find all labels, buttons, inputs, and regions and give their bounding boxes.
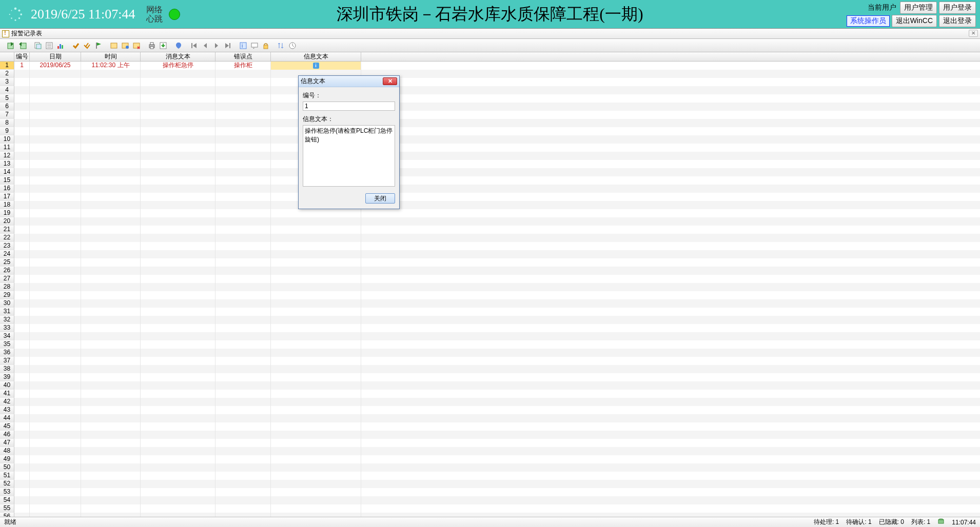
table-row[interactable]: 22 xyxy=(0,234,980,242)
tool-next-icon[interactable] xyxy=(211,40,222,51)
tool-chart-icon[interactable] xyxy=(55,40,66,51)
panel-close-icon[interactable]: ✕ xyxy=(969,30,978,37)
tool-ack-icon[interactable] xyxy=(71,40,81,51)
table-row[interactable]: 36 xyxy=(0,349,980,357)
dialog-close-x-icon[interactable]: ✕ xyxy=(383,77,397,85)
tool-print-icon[interactable] xyxy=(147,40,157,51)
tool-time-icon[interactable] xyxy=(287,40,298,51)
alarm-icon xyxy=(2,30,9,37)
dialog-titlebar[interactable]: 信息文本 ✕ xyxy=(299,76,399,87)
status-toack: 待确认: 1 xyxy=(846,518,871,526)
col-header-msg[interactable]: 消息文本 xyxy=(141,52,215,61)
tool-refresh-out-icon[interactable] xyxy=(17,40,28,51)
table-row[interactable]: 14 xyxy=(0,168,980,176)
tool-filter3-icon[interactable] xyxy=(131,40,142,51)
table-row[interactable]: 39 xyxy=(0,373,980,381)
tool-first-icon[interactable] xyxy=(189,40,199,51)
exit-login-button[interactable]: 退出登录 xyxy=(939,15,976,27)
tool-info-icon[interactable]: i xyxy=(238,40,248,51)
tool-comment-icon[interactable] xyxy=(249,40,260,51)
table-row[interactable]: 25 xyxy=(0,258,980,267)
table-row[interactable]: 27 xyxy=(0,275,980,283)
table-row[interactable]: 12 xyxy=(0,152,980,160)
dialog-close-button[interactable]: 关闭 xyxy=(365,193,395,204)
table-row[interactable]: 38 xyxy=(0,365,980,373)
table-row[interactable]: 6 xyxy=(0,103,980,111)
tool-export-icon[interactable] xyxy=(158,40,168,51)
table-row[interactable]: 34 xyxy=(0,332,980,340)
table-row[interactable]: 112019/06/2511:02:30 上午操作柜急停操作柜i xyxy=(0,62,980,70)
table-row[interactable]: 17 xyxy=(0,193,980,201)
col-header-err[interactable]: 错误点 xyxy=(215,52,271,61)
tool-list-icon[interactable] xyxy=(44,40,54,51)
user-mgmt-button[interactable]: 用户管理 xyxy=(900,2,937,14)
table-row[interactable]: 47 xyxy=(0,439,980,447)
tool-refresh-in-icon[interactable] xyxy=(6,40,16,51)
table-row[interactable]: 32 xyxy=(0,316,980,324)
user-login-button[interactable]: 用户登录 xyxy=(939,2,976,14)
dialog-title: 信息文本 xyxy=(301,77,383,86)
col-header-id[interactable]: 编号 xyxy=(14,52,30,61)
table-row[interactable]: 42 xyxy=(0,398,980,406)
tool-flag-icon[interactable] xyxy=(93,40,104,51)
table-row[interactable]: 33 xyxy=(0,324,980,332)
svg-rect-18 xyxy=(62,45,63,49)
table-row[interactable]: 16 xyxy=(0,185,980,193)
table-row[interactable]: 28 xyxy=(0,283,980,291)
table-row[interactable]: 37 xyxy=(0,357,980,365)
table-row[interactable]: 20 xyxy=(0,217,980,226)
table-row[interactable]: 50 xyxy=(0,463,980,472)
table-row[interactable]: 46 xyxy=(0,431,980,439)
table-row[interactable]: 29 xyxy=(0,291,980,299)
table-row[interactable]: 51 xyxy=(0,472,980,480)
table-row[interactable]: 40 xyxy=(0,381,980,390)
dialog-id-input[interactable] xyxy=(303,102,395,111)
table-row[interactable]: 19 xyxy=(0,209,980,217)
table-row[interactable]: 2 xyxy=(0,70,980,78)
tool-last-icon[interactable] xyxy=(223,40,233,51)
table-row[interactable]: 11 xyxy=(0,144,980,152)
table-row[interactable]: 43 xyxy=(0,406,980,414)
table-row[interactable]: 8 xyxy=(0,119,980,127)
table-row[interactable]: 41 xyxy=(0,390,980,398)
table-row[interactable]: 4 xyxy=(0,86,980,94)
tool-lock-icon[interactable] xyxy=(261,40,271,51)
table-row[interactable]: 24 xyxy=(0,250,980,258)
table-row[interactable]: 5 xyxy=(0,94,980,103)
table-row[interactable]: 45 xyxy=(0,422,980,431)
table-row[interactable]: 35 xyxy=(0,340,980,349)
table-row[interactable]: 21 xyxy=(0,226,980,234)
col-header-info[interactable]: 信息文本 xyxy=(271,52,361,61)
tool-prev-icon[interactable] xyxy=(200,40,210,51)
exit-wincc-button[interactable]: 退出WinCC xyxy=(892,15,937,27)
grid-body[interactable]: 112019/06/2511:02:30 上午操作柜急停操作柜i23456789… xyxy=(0,62,980,519)
table-row[interactable]: 26 xyxy=(0,267,980,275)
table-row[interactable]: 55 xyxy=(0,504,980,513)
table-row[interactable]: 3 xyxy=(0,78,980,86)
table-row[interactable]: 10 xyxy=(0,135,980,144)
table-row[interactable]: 53 xyxy=(0,488,980,496)
table-row[interactable]: 49 xyxy=(0,455,980,463)
table-row[interactable]: 52 xyxy=(0,480,980,488)
table-row[interactable]: 23 xyxy=(0,242,980,250)
col-header-date[interactable]: 日期 xyxy=(30,52,81,61)
table-row[interactable]: 18 xyxy=(0,201,980,209)
app-header: 2019/6/25 11:07:44 网络心跳 深圳市铁岗－石岩水库水质保障工程… xyxy=(0,0,980,29)
table-row[interactable]: 15 xyxy=(0,176,980,185)
table-row[interactable]: 9 xyxy=(0,127,980,135)
table-row[interactable]: 30 xyxy=(0,299,980,308)
table-row[interactable]: 31 xyxy=(0,308,980,316)
table-row[interactable]: 13 xyxy=(0,160,980,168)
tool-filter1-icon[interactable] xyxy=(109,40,119,51)
tool-marker-icon[interactable] xyxy=(173,40,184,51)
dialog-text-area[interactable] xyxy=(303,125,395,187)
col-header-time[interactable]: 时间 xyxy=(81,52,141,61)
table-row[interactable]: 44 xyxy=(0,414,980,422)
table-row[interactable]: 7 xyxy=(0,111,980,119)
table-row[interactable]: 54 xyxy=(0,496,980,504)
tool-ack-all-icon[interactable] xyxy=(82,40,92,51)
tool-sort-icon[interactable] xyxy=(276,40,286,51)
tool-filter2-icon[interactable] xyxy=(120,40,130,51)
tool-copy-icon[interactable] xyxy=(33,40,43,51)
table-row[interactable]: 48 xyxy=(0,447,980,455)
